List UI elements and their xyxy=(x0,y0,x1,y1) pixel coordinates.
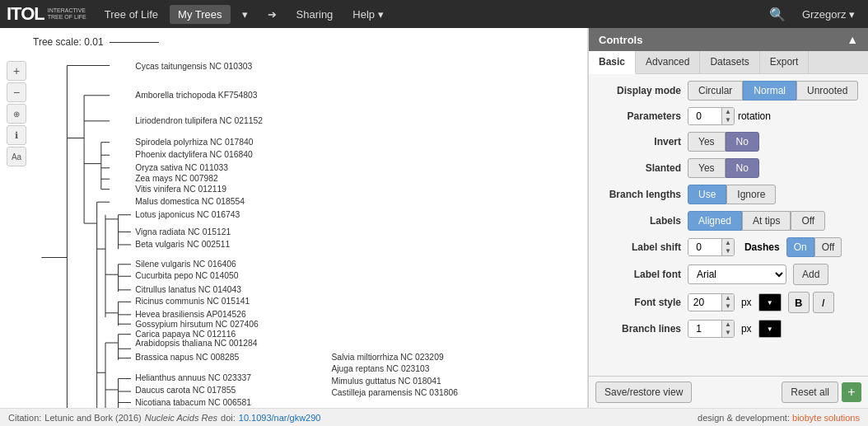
label-shift-input[interactable] xyxy=(688,239,721,255)
svg-text:Gossypium hirsutum NC 027406: Gossypium hirsutum NC 027406 xyxy=(135,320,259,329)
labels-aligned-button[interactable]: Aligned xyxy=(688,211,742,231)
biobyte-link[interactable]: biobyte solutions xyxy=(792,413,860,423)
rotation-up[interactable]: ▲ xyxy=(722,108,734,116)
branch-lines-down[interactable]: ▼ xyxy=(722,329,734,337)
zoom-reset-button[interactable]: ⊕ xyxy=(7,104,26,124)
label-shift-up[interactable]: ▲ xyxy=(722,239,734,247)
font-style-label: Font style xyxy=(597,297,688,308)
label-font-select[interactable]: Arial Times New Roman Courier xyxy=(688,264,786,284)
search-icon[interactable]: 🔍 xyxy=(763,3,792,26)
display-normal-button[interactable]: Normal xyxy=(743,81,796,101)
scale-bar xyxy=(110,42,159,43)
branch-color-swatch[interactable]: ▼ xyxy=(758,320,782,338)
font-color-swatch[interactable]: ▼ xyxy=(758,293,782,311)
save-restore-button[interactable]: Save/restore view xyxy=(595,382,692,403)
display-mode-label: Display mode xyxy=(597,85,688,96)
display-circular-button[interactable]: Circular xyxy=(688,81,743,101)
rotation-down[interactable]: ▼ xyxy=(722,116,734,124)
labels-attips-button[interactable]: At tips xyxy=(742,211,791,231)
slanted-yes-button[interactable]: Yes xyxy=(688,158,726,178)
dashes-off-button[interactable]: Off xyxy=(814,237,842,257)
zoom-out-button[interactable]: − xyxy=(7,82,26,102)
main-area: Tree scale: 0.01 + − ⊕ ℹ Aa xyxy=(0,28,868,408)
branch-lengths-inputs: Use Ignore xyxy=(688,185,860,204)
logo: ITOL INTERACTIVE TREE OF LIFE xyxy=(7,3,86,25)
svg-text:Salvia miltiorrhiza NC 023209: Salvia miltiorrhiza NC 023209 xyxy=(331,353,444,362)
add-button[interactable]: + xyxy=(842,382,861,402)
svg-text:Malus domestica NC 018554: Malus domestica NC 018554 xyxy=(135,197,245,206)
font-style-row: Font style ▲ ▼ px ▼ B I xyxy=(597,292,860,313)
rotation-input[interactable] xyxy=(688,108,721,124)
label-font-add-button[interactable]: Add xyxy=(793,264,828,285)
label-font-inputs: Arial Times New Roman Courier Add xyxy=(688,264,860,285)
tree-svg: Cycas taitungensis NC 010303 Amborella t… xyxy=(33,53,587,408)
label-shift-row: Label shift ▲ ▼ Dashes On Off xyxy=(597,237,860,257)
tab-basic[interactable]: Basic xyxy=(589,51,636,74)
tab-export[interactable]: Export xyxy=(760,51,810,73)
tab-advanced[interactable]: Advanced xyxy=(636,51,700,73)
branch-lines-up[interactable]: ▲ xyxy=(722,321,734,329)
svg-text:Arabidopsis thaliana NC 001284: Arabidopsis thaliana NC 001284 xyxy=(135,339,258,348)
citation-prefix: Citation: xyxy=(8,413,41,423)
zoom-info-button[interactable]: ℹ xyxy=(7,125,26,145)
svg-text:Vitis vinifera NC 012119: Vitis vinifera NC 012119 xyxy=(135,185,226,194)
svg-text:Carica papaya NC 012116: Carica papaya NC 012116 xyxy=(135,330,236,339)
controls-collapse-button[interactable]: ▲ xyxy=(847,33,858,46)
labels-label: Labels xyxy=(597,215,688,227)
nav-my-trees[interactable]: My Trees xyxy=(170,5,230,24)
invert-row: Invert Yes No xyxy=(597,132,860,152)
branch-lengths-row: Branch lengths Use Ignore xyxy=(597,185,860,204)
branch-ignore-button[interactable]: Ignore xyxy=(726,185,776,204)
tab-datasets[interactable]: Datasets xyxy=(700,51,759,73)
svg-text:Mimulus guttatus NC 018041: Mimulus guttatus NC 018041 xyxy=(331,377,441,386)
nav-dropdown1[interactable]: ▾ xyxy=(234,5,256,24)
display-unrooted-button[interactable]: Unrooted xyxy=(796,81,858,101)
invert-no-button[interactable]: No xyxy=(726,132,759,152)
svg-text:Cucurbita pepo NC 014050: Cucurbita pepo NC 014050 xyxy=(135,271,239,280)
citation-doi-link[interactable]: 10.1093/nar/gkw290 xyxy=(239,413,321,423)
labels-group: Aligned At tips Off xyxy=(688,211,825,231)
invert-yes-button[interactable]: Yes xyxy=(688,132,726,152)
invert-inputs: Yes No xyxy=(688,132,860,152)
nav-sharing[interactable]: Sharing xyxy=(288,5,342,24)
controls-panel: Controls ▲ Basic Advanced Datasets Expor… xyxy=(588,28,868,408)
dashes-on-button[interactable]: On xyxy=(786,237,814,257)
citation-doi-label: doi: xyxy=(221,413,236,423)
branch-lines-row: Branch lines ▲ ▼ px ▼ xyxy=(597,320,860,338)
nav-arrow[interactable]: ➔ xyxy=(259,5,285,24)
font-size-down[interactable]: ▼ xyxy=(722,302,734,311)
rotation-input-wrap: ▲ ▼ xyxy=(688,107,735,125)
controls-tabs: Basic Advanced Datasets Export xyxy=(589,51,868,74)
nav-tree-of-life[interactable]: Tree of Life xyxy=(96,5,166,24)
parameters-inputs: ▲ ▼ rotation xyxy=(688,107,860,125)
branch-color-arrow: ▼ xyxy=(767,325,773,333)
font-size-up[interactable]: ▲ xyxy=(722,294,734,302)
controls-body: Display mode Circular Normal Unrooted Pa… xyxy=(589,74,868,376)
italic-button[interactable]: I xyxy=(813,292,834,313)
zoom-text-button[interactable]: Aa xyxy=(7,147,26,166)
topnav: ITOL INTERACTIVE TREE OF LIFE Tree of Li… xyxy=(0,0,868,28)
label-shift-inputs: ▲ ▼ Dashes On Off xyxy=(688,237,860,257)
nav-help[interactable]: Help ▾ xyxy=(344,5,391,24)
slanted-no-button[interactable]: No xyxy=(726,158,759,178)
svg-text:Ricinus communis NC 015141: Ricinus communis NC 015141 xyxy=(135,297,250,306)
branch-lines-label: Branch lines xyxy=(597,323,688,335)
zoom-in-button[interactable]: + xyxy=(7,61,26,81)
label-shift-input-wrap: ▲ ▼ xyxy=(688,238,735,256)
controls-header: Controls ▲ xyxy=(589,28,868,51)
display-mode-inputs: Circular Normal Unrooted xyxy=(688,81,860,101)
labels-off-button[interactable]: Off xyxy=(791,211,825,231)
bold-button[interactable]: B xyxy=(788,292,810,313)
svg-text:Liriodendron tulipifera NC 021: Liriodendron tulipifera NC 021152 xyxy=(135,116,263,125)
branch-use-button[interactable]: Use xyxy=(688,185,726,204)
invert-label: Invert xyxy=(597,136,688,147)
label-shift-down[interactable]: ▼ xyxy=(722,247,734,255)
reset-all-button[interactable]: Reset all xyxy=(782,382,838,403)
logo-itol: ITOL xyxy=(7,3,44,25)
rotation-label: rotation xyxy=(738,110,771,122)
branch-lines-input[interactable] xyxy=(688,321,721,337)
user-menu[interactable]: Grzegorz ▾ xyxy=(796,5,861,24)
rotation-arrows: ▲ ▼ xyxy=(721,108,734,124)
svg-text:Castilleja paramensis NC 03180: Castilleja paramensis NC 031806 xyxy=(331,388,458,397)
font-size-input[interactable] xyxy=(688,294,721,311)
